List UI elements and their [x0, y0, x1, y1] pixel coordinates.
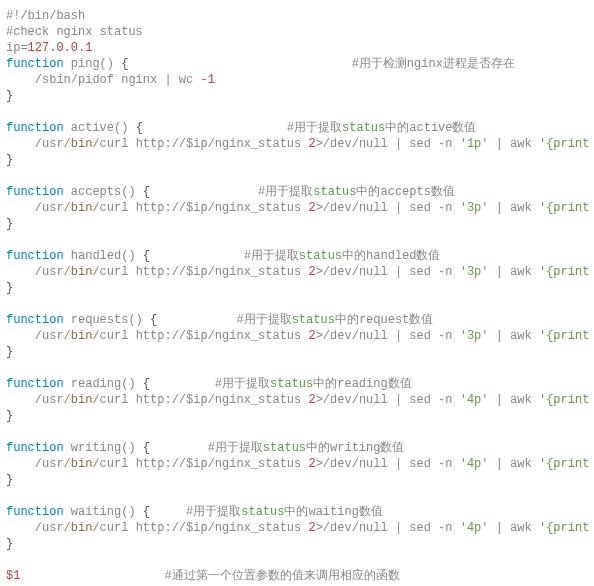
brace-close: }: [6, 153, 13, 167]
func-writing-body: /usr/bin/curl http://$ip/nginx_status 2>…: [6, 457, 594, 471]
func-ping-decl: function ping() { #用于检测nginx进程是否存在: [6, 57, 515, 71]
code-block: #!/bin/bash #check nginx status ip=127.0…: [0, 0, 594, 586]
brace-close: }: [6, 409, 13, 423]
func-waiting-decl: function waiting() { #用于提取status中的waitin…: [6, 505, 383, 519]
func-writing-decl: function writing() { #用于提取status中的writin…: [6, 441, 404, 455]
func-accepts-body: /usr/bin/curl http://$ip/nginx_status 2>…: [6, 201, 594, 215]
brace-close: }: [6, 89, 13, 103]
shebang-line: #!/bin/bash: [6, 9, 85, 23]
comment-check: #check nginx status: [6, 25, 143, 39]
func-active-body: /usr/bin/curl http://$ip/nginx_status 2>…: [6, 137, 594, 151]
func-reading-body: /usr/bin/curl http://$ip/nginx_status 2>…: [6, 393, 594, 407]
brace-close: }: [6, 473, 13, 487]
func-ping-body: /sbin/pidof nginx | wc -1: [6, 73, 215, 87]
brace-close: }: [6, 345, 13, 359]
func-handled-body: /usr/bin/curl http://$ip/nginx_status 2>…: [6, 265, 594, 279]
func-handled-decl: function handled() { #用于提取status中的handle…: [6, 249, 441, 263]
func-accepts-decl: function accepts() { #用于提取status中的accept…: [6, 185, 455, 199]
brace-close: }: [6, 537, 13, 551]
func-active-decl: function active() { #用于提取status中的active数…: [6, 121, 477, 135]
footer-line: $1 #通过第一个位置参数的值来调用相应的函数: [6, 569, 400, 583]
ip-assign: ip=127.0.0.1: [6, 41, 92, 55]
func-reading-decl: function reading() { #用于提取status中的readin…: [6, 377, 412, 391]
brace-close: }: [6, 281, 13, 295]
func-requests-decl: function requests() { #用于提取status中的reque…: [6, 313, 433, 327]
func-requests-body: /usr/bin/curl http://$ip/nginx_status 2>…: [6, 329, 594, 343]
brace-close: }: [6, 217, 13, 231]
func-waiting-body: /usr/bin/curl http://$ip/nginx_status 2>…: [6, 521, 594, 535]
